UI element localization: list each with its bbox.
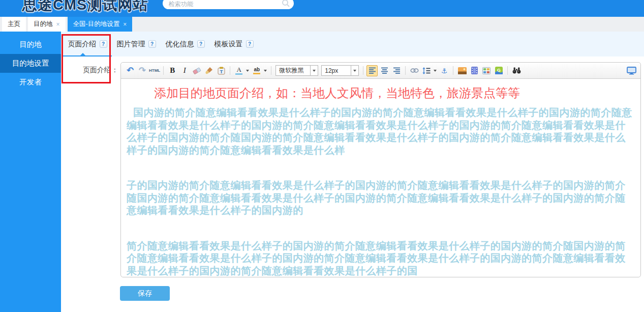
paste-letter: T (220, 69, 223, 74)
font-color-bar (235, 73, 242, 75)
close-icon[interactable]: × (123, 21, 127, 28)
insert-video-icon[interactable] (469, 65, 480, 76)
window-tab-label: 目的地 (34, 20, 53, 29)
window-tab-label: 全国-目的地设置 (73, 20, 120, 29)
redo-glyph: ↷ (139, 66, 146, 75)
rich-text-editor: ↶ ↷ HTML B I (120, 62, 641, 277)
sidebar-item-developer[interactable]: 开发者 (0, 73, 61, 92)
app-window: 思途CMS测试网站 主页 目的地 × 全国-目的地设置 × 目的地 (0, 0, 644, 312)
sidebar-item-destination-settings[interactable]: 目的地设置 (0, 54, 61, 73)
toolbar-divider (363, 66, 363, 75)
undo-icon[interactable]: ↶ (125, 65, 136, 76)
font-size-select[interactable]: 12px (321, 65, 359, 76)
insert-image-icon[interactable] (456, 65, 468, 76)
italic-label: I (182, 66, 188, 75)
chevron-down-icon[interactable] (434, 70, 437, 72)
close-icon[interactable]: × (56, 21, 60, 28)
chevron-down-icon (310, 66, 318, 75)
align-right-button[interactable] (391, 65, 402, 76)
sidebar: 目的地 目的地设置 开发者 (0, 32, 61, 312)
bold-label: B (170, 66, 175, 75)
toolbar-divider (507, 66, 508, 75)
window-tab-bar: 主页 目的地 × 全国-目的地设置 × (0, 17, 644, 32)
insert-link-icon[interactable] (409, 65, 420, 76)
toolbar-divider (163, 66, 164, 75)
eraser-icon[interactable] (191, 65, 202, 76)
sidebar-item-label: 目的地 (19, 40, 42, 49)
highlight-bar (253, 73, 260, 74)
chevron-down-icon[interactable] (246, 70, 249, 72)
tab-label: 优化信息 (166, 40, 194, 49)
tab-label: 图片管理 (117, 40, 145, 49)
undo-glyph: ↶ (127, 66, 134, 75)
editor-paragraph: 国内游的简介随意编辑看看效果是什么样子的国内游的简介随意编辑看看效果是什么样子的… (127, 106, 635, 156)
content-tab-bar: 页面介绍 ? 图片管理 ? 优化信息 ? 模板设置 ? (61, 32, 644, 56)
format-brush-icon[interactable] (203, 65, 214, 76)
editor-content[interactable]: 添加目的地页面介绍，如：当地人文风情，当地特色，旅游景点等等 国内游的简介随意编… (121, 79, 640, 277)
tab-seo-info[interactable]: 优化信息 ? (161, 32, 209, 56)
save-button[interactable]: 保存 (120, 286, 170, 301)
window-tab-destination[interactable]: 目的地 × (28, 17, 66, 32)
editor-paragraph: 子的国内游的简介随意编辑看看效果是什么样子的国内游的简介随意编辑看看效果是什么样… (127, 179, 635, 217)
help-icon[interactable]: ? (197, 40, 205, 48)
tab-template-settings[interactable]: 模板设置 ? (209, 32, 258, 56)
align-center-button[interactable] (379, 65, 390, 76)
editor-heading: 添加目的地页面介绍，如：当地人文风情，当地特色，旅游景点等等 (127, 85, 635, 101)
redo-icon[interactable]: ↷ (137, 65, 148, 76)
help-icon[interactable]: ? (148, 40, 156, 48)
window-tab-label: 主页 (8, 20, 20, 29)
window-tab-home[interactable]: 主页 (2, 17, 26, 32)
html-source-button[interactable]: HTML (149, 65, 160, 76)
global-search (163, 0, 294, 9)
italic-button[interactable]: I (179, 65, 190, 76)
highlight-color-button[interactable]: ab (251, 65, 262, 76)
search-icon[interactable] (282, 0, 290, 9)
window-tab-destination-settings[interactable]: 全国-目的地设置 × (68, 17, 133, 32)
sidebar-item-label: 开发者 (19, 77, 42, 87)
editor-toolbar: ↶ ↷ HTML B I (121, 63, 640, 79)
tab-image-management[interactable]: 图片管理 ? (112, 32, 161, 56)
anchor-icon[interactable]: ⚓ (439, 65, 450, 76)
annotation-red-box (62, 34, 111, 83)
html-label: HTML (149, 68, 160, 73)
font-size-value: 12px (322, 66, 351, 75)
paste-text-icon[interactable]: T (216, 65, 227, 76)
content-area: 页面介绍 ? 图片管理 ? 优化信息 ? 模板设置 ? 页面介绍： ↶ ↷ HT… (61, 32, 644, 312)
font-color-letter: A (237, 66, 241, 73)
tab-label: 模板设置 (214, 40, 243, 49)
sidebar-item-destination[interactable]: 目的地 (0, 35, 61, 54)
toolbar-divider (271, 66, 271, 75)
font-family-select[interactable]: 微软雅黑 (275, 65, 318, 76)
toolbar-divider (453, 66, 453, 75)
font-color-button[interactable]: A (233, 65, 244, 76)
chevron-down-icon[interactable] (264, 70, 267, 72)
sidebar-item-label: 目的地设置 (12, 59, 49, 68)
bold-button[interactable]: B (167, 65, 178, 76)
toolbar-divider (405, 66, 406, 75)
anchor-glyph: ⚓ (441, 67, 448, 74)
fullscreen-icon[interactable] (626, 65, 637, 76)
find-replace-icon[interactable] (511, 65, 522, 76)
top-bar: 思途CMS测试网站 (0, 0, 644, 17)
image-gallery-icon[interactable] (481, 65, 492, 76)
toolbar-divider (230, 66, 230, 75)
editor-paragraph: 简介随意编辑看看效果是什么样子的国内游的简介随意编辑看看效果是什么样子的国内游的… (127, 240, 635, 277)
site-logo: 思途CMS测试网站 (22, 0, 148, 15)
chevron-down-icon (351, 66, 358, 75)
insert-map-icon[interactable]: G (493, 65, 504, 76)
highlight-letters: ab (254, 67, 260, 72)
align-left-button[interactable] (366, 65, 378, 76)
search-input[interactable] (169, 1, 282, 8)
map-letter: G (497, 68, 501, 73)
line-height-icon[interactable] (421, 65, 432, 76)
font-family-value: 微软雅黑 (276, 66, 310, 75)
help-icon[interactable]: ? (246, 40, 254, 48)
